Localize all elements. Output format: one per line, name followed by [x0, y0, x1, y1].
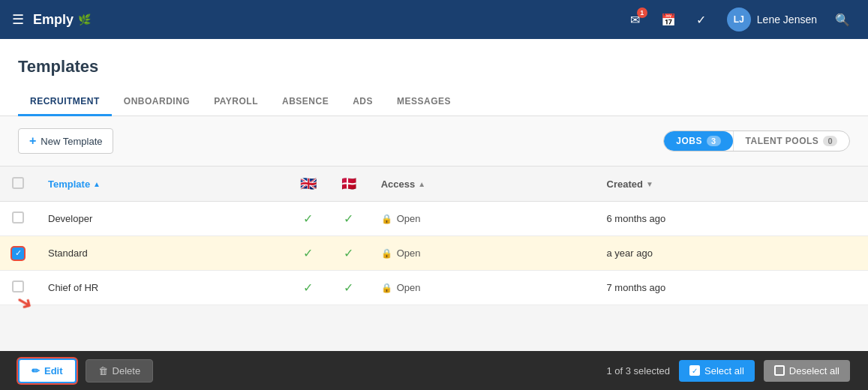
table-row: Developer ✓ ✓ 🔒 Open 6 months ago	[0, 202, 868, 236]
lock-icon: 🔒	[381, 248, 392, 259]
row2-name: Standard	[36, 236, 288, 271]
row2-access-label: Open	[397, 248, 421, 259]
top-navigation: ☰ Emply 🌿 ✉ 1 📅 ✓ LJ Lene Jensen 🔍	[0, 0, 868, 39]
new-template-button[interactable]: + New Template	[18, 128, 113, 154]
new-template-label: New Template	[41, 136, 102, 147]
tab-ads[interactable]: ADS	[341, 88, 385, 116]
check-icon: ✓	[344, 212, 353, 225]
check-icon: ✓	[303, 247, 313, 260]
jobs-count-badge: 3	[707, 136, 721, 146]
app-logo: Emply 🌿	[33, 12, 91, 28]
notification-badge: 1	[637, 8, 647, 18]
uk-flag-icon: 🇬🇧	[300, 176, 317, 191]
dk-flag-icon: 🇩🇰	[341, 176, 357, 191]
th-created-label: Created	[607, 178, 643, 190]
jobs-label: JOBS	[676, 136, 702, 146]
check-icon: ✓	[344, 247, 353, 260]
talent-pools-count-badge: 0	[823, 136, 837, 146]
check-icon: ✓	[344, 281, 353, 294]
header-checkbox[interactable]	[12, 177, 24, 189]
page-header: Templates	[0, 39, 868, 76]
tab-onboarding[interactable]: ONBOARDING	[112, 88, 202, 116]
sort-asc-icon: ▲	[93, 180, 101, 188]
search-icon[interactable]: 🔍	[829, 10, 856, 30]
topnav-icons: ✉ 1 📅 ✓ LJ Lene Jensen 🔍	[622, 4, 856, 34]
row3-created: 7 months ago	[595, 271, 869, 305]
tab-bar: RECRUITMENT ONBOARDING PAYROLL ABSENCE A…	[0, 88, 868, 116]
sort-access-icon: ▲	[418, 180, 425, 188]
select-all-header[interactable]	[0, 166, 36, 202]
row3-access: 🔒 Open	[369, 271, 595, 305]
view-toggle: JOBS 3 TALENT POOLS 0	[663, 130, 850, 152]
app-name: Emply	[33, 12, 74, 28]
row1-checkbox[interactable]	[12, 212, 24, 224]
sort-created-icon: ▼	[646, 180, 653, 188]
templates-table: Template ▲ 🇬🇧 🇩🇰 Access ▲	[0, 166, 868, 305]
row2-access: 🔒 Open	[369, 236, 595, 271]
talent-pools-label: TALENT POOLS	[746, 136, 819, 146]
menu-icon[interactable]: ☰	[12, 11, 24, 28]
tasks-button[interactable]: ✓	[688, 6, 715, 33]
th-created[interactable]: Created ▼	[595, 166, 869, 202]
row3-dk-check: ✓	[329, 271, 369, 305]
lock-icon: 🔒	[381, 283, 392, 293]
row3-access-label: Open	[397, 282, 421, 293]
toolbar: + New Template JOBS 3 TALENT POOLS 0	[0, 116, 868, 166]
th-access[interactable]: Access ▲	[369, 166, 595, 202]
lock-icon: 🔒	[381, 214, 392, 224]
row1-uk-check: ✓	[288, 202, 329, 236]
th-flag-dk: 🇩🇰	[329, 166, 369, 202]
avatar: LJ	[727, 8, 751, 32]
talent-pools-toggle-button[interactable]: TALENT POOLS 0	[734, 131, 849, 151]
page-title: Templates	[18, 57, 850, 76]
user-menu[interactable]: LJ Lene Jensen	[721, 4, 823, 34]
row3-name: Chief of HR	[36, 271, 288, 305]
row3-checkbox[interactable]	[12, 280, 24, 292]
row2-dk-check: ✓	[329, 236, 369, 271]
table-row: Chief of HR ✓ ✓ 🔒 Open 7 months ago	[0, 271, 868, 305]
notifications-button[interactable]: ✉ 1	[622, 6, 649, 33]
row1-name: Developer	[36, 202, 288, 236]
row3-uk-check: ✓	[288, 271, 329, 305]
th-access-label: Access	[381, 178, 416, 190]
row1-access: 🔒 Open	[369, 202, 595, 236]
th-template-label: Template	[48, 178, 90, 190]
th-template[interactable]: Template ▲	[36, 166, 288, 202]
calendar-button[interactable]: 📅	[655, 6, 682, 33]
check-icon: ✓	[303, 281, 313, 294]
tab-payroll[interactable]: PAYROLL	[202, 88, 270, 116]
table-header-row: Template ▲ 🇬🇧 🇩🇰 Access ▲	[0, 166, 868, 202]
user-name: Lene Jensen	[757, 14, 817, 26]
table-row: ✓ Standard ✓ ✓ 🔒 Open a	[0, 236, 868, 271]
row1-dk-check: ✓	[329, 202, 369, 236]
logo-leaf-icon: 🌿	[78, 14, 91, 26]
row2-check-cell[interactable]: ✓	[0, 236, 36, 271]
row2-checkbox[interactable]: ✓	[12, 248, 24, 260]
tab-recruitment[interactable]: RECRUITMENT	[18, 88, 112, 116]
main-content: Templates RECRUITMENT ONBOARDING PAYROLL…	[0, 39, 868, 305]
row1-check-cell[interactable]	[0, 202, 36, 236]
jobs-toggle-button[interactable]: JOBS 3	[664, 131, 732, 151]
tab-messages[interactable]: MESSAGES	[385, 88, 463, 116]
row1-access-label: Open	[397, 213, 421, 224]
th-flag-uk: 🇬🇧	[288, 166, 329, 202]
row2-uk-check: ✓	[288, 236, 329, 271]
row1-created: 6 months ago	[595, 202, 869, 236]
plus-icon: +	[29, 134, 36, 148]
row2-created: a year ago	[595, 236, 869, 271]
row3-check-cell[interactable]	[0, 271, 36, 305]
check-icon: ✓	[303, 212, 313, 225]
tab-absence[interactable]: ABSENCE	[270, 88, 341, 116]
